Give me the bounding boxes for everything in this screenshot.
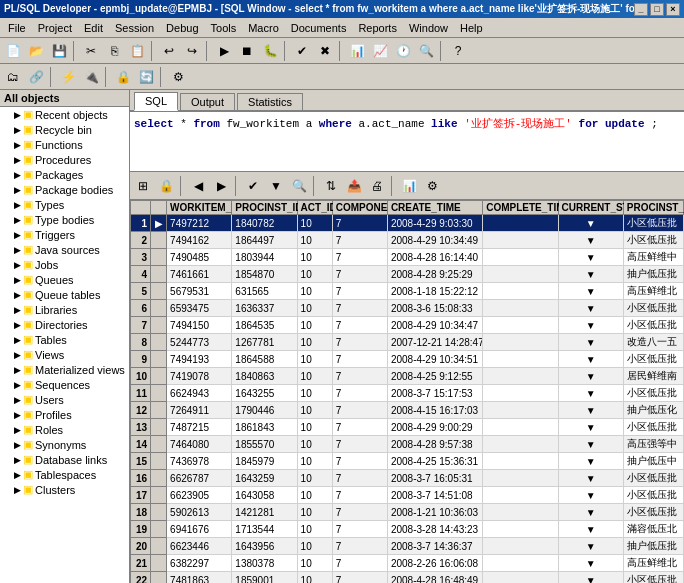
col-header-procinst_id[interactable]: PROCINST_ID xyxy=(232,201,297,215)
sidebar-item-profiles[interactable]: ▶▣Profiles xyxy=(0,407,129,422)
find-button[interactable]: 🔍 xyxy=(415,40,437,62)
sidebar-item-tables[interactable]: ▶▣Tables xyxy=(0,332,129,347)
data-grid-wrapper[interactable]: WORKITEM_IDPROCINST_IDACT_IDCOMPONENT_ID… xyxy=(130,200,684,583)
connect-button[interactable]: ⚡ xyxy=(57,66,79,88)
grid-forward-button[interactable]: ▶ xyxy=(210,175,232,197)
table-row[interactable]: 11662494316432551072008-3-7 15:17:53▼小区低… xyxy=(131,385,684,402)
sidebar-item-queues[interactable]: ▶▣Queues xyxy=(0,272,129,287)
title-bar-buttons[interactable]: _ □ × xyxy=(634,3,680,16)
pref-button[interactable]: ⚙ xyxy=(167,66,189,88)
sidebar-item-synonyms[interactable]: ▶▣Synonyms xyxy=(0,437,129,452)
tab-output[interactable]: Output xyxy=(180,93,235,110)
table-row[interactable]: 20662344616439561072008-3-7 14:36:37▼抽户低… xyxy=(131,538,684,555)
redo-button[interactable]: ↪ xyxy=(181,40,203,62)
grid-chart-button[interactable]: 📊 xyxy=(398,175,420,197)
table-row[interactable]: 556795316315651072008-1-18 15:22:12▼高压鲜维… xyxy=(131,283,684,300)
col-header-current_state[interactable]: CURRENT_STATE xyxy=(558,201,623,215)
table-row[interactable]: 15743697818459791072008-4-25 15:36:31▼抽户… xyxy=(131,453,684,470)
grid-search-button[interactable]: 🔍 xyxy=(288,175,310,197)
sidebar-item-jobs[interactable]: ▶▣Jobs xyxy=(0,257,129,272)
menu-item-window[interactable]: Window xyxy=(403,20,454,36)
grid-back-button[interactable]: ◀ xyxy=(187,175,209,197)
grid-export-button[interactable]: 📤 xyxy=(343,175,365,197)
table-row[interactable]: 12726491117904461072008-4-15 16:17:03▼抽户… xyxy=(131,402,684,419)
undo-button[interactable]: ↩ xyxy=(158,40,180,62)
sidebar-item-java-sources[interactable]: ▶▣Java sources xyxy=(0,242,129,257)
sidebar-item-types[interactable]: ▶▣Types xyxy=(0,197,129,212)
sidebar-item-package-bodies[interactable]: ▶▣Package bodies xyxy=(0,182,129,197)
paste-button[interactable]: 📋 xyxy=(126,40,148,62)
menu-item-help[interactable]: Help xyxy=(454,20,489,36)
col-header-act_id[interactable]: ACT_ID xyxy=(297,201,332,215)
table-row[interactable]: 10741907818408631072008-4-25 9:12:55▼居民鲜… xyxy=(131,368,684,385)
grid-lock-button[interactable]: 🔒 xyxy=(155,175,177,197)
explain-button[interactable]: 📊 xyxy=(346,40,368,62)
table-row[interactable]: 6659347516363371072008-3-6 15:08:33▼小区低压… xyxy=(131,300,684,317)
sidebar-item-queue-tables[interactable]: ▶▣Queue tables xyxy=(0,287,129,302)
refresh-button[interactable]: 🔄 xyxy=(135,66,157,88)
table-row[interactable]: 22748186318590011072008-4-28 16:48:49▼小区… xyxy=(131,572,684,584)
grid-check-button[interactable]: ✔ xyxy=(242,175,264,197)
lock-button[interactable]: 🔒 xyxy=(112,66,134,88)
history-button[interactable]: 🕐 xyxy=(392,40,414,62)
menu-item-documents[interactable]: Documents xyxy=(285,20,353,36)
sidebar-item-directories[interactable]: ▶▣Directories xyxy=(0,317,129,332)
sidebar-item-recent-objects[interactable]: ▶▣Recent objects xyxy=(0,107,129,122)
table-row[interactable]: 18590261314212811072008-1-21 10:36:03▼小区… xyxy=(131,504,684,521)
sidebar-item-recycle-bin[interactable]: ▶▣Recycle bin xyxy=(0,122,129,137)
col-header-procinst_[interactable]: PROCINST_ xyxy=(623,201,683,215)
open-button[interactable]: 📂 xyxy=(25,40,47,62)
menu-item-macro[interactable]: Macro xyxy=(242,20,285,36)
obj-browse-button[interactable]: 🗂 xyxy=(2,66,24,88)
stop-button[interactable]: ⏹ xyxy=(236,40,258,62)
new-button[interactable]: 📄 xyxy=(2,40,24,62)
commit-button[interactable]: ✔ xyxy=(291,40,313,62)
table-row[interactable]: 1▶749721218407821072008-4-29 9:03:30▼小区低… xyxy=(131,215,684,232)
menu-item-session[interactable]: Session xyxy=(109,20,160,36)
sidebar-item-sequences[interactable]: ▶▣Sequences xyxy=(0,377,129,392)
table-row[interactable]: 3749048518039441072008-4-28 16:14:40▼高压鲜… xyxy=(131,249,684,266)
col-header-workitem_id[interactable]: WORKITEM_ID xyxy=(167,201,232,215)
table-row[interactable]: 16662678716432591072008-3-7 16:05:31▼小区低… xyxy=(131,470,684,487)
table-row[interactable]: 7749415018645351072008-4-29 10:34:47▼小区低… xyxy=(131,317,684,334)
close-button[interactable]: × xyxy=(666,3,680,16)
disconnect-button[interactable]: 🔌 xyxy=(80,66,102,88)
table-row[interactable]: 19694167617135441072008-3-28 14:43:23▼滿容… xyxy=(131,521,684,538)
menu-item-project[interactable]: Project xyxy=(32,20,78,36)
session-button[interactable]: 🔗 xyxy=(25,66,47,88)
grid-sort-button[interactable]: ⇅ xyxy=(320,175,342,197)
help-button[interactable]: ? xyxy=(447,40,469,62)
table-row[interactable]: 8524477312677811072007-12-21 14:28:47▼改造… xyxy=(131,334,684,351)
sidebar-item-roles[interactable]: ▶▣Roles xyxy=(0,422,129,437)
sidebar-item-tablespaces[interactable]: ▶▣Tablespaces xyxy=(0,467,129,482)
sidebar-item-triggers[interactable]: ▶▣Triggers xyxy=(0,227,129,242)
table-row[interactable]: 13748721518618431072008-4-29 9:00:29▼小区低… xyxy=(131,419,684,436)
tab-sql[interactable]: SQL xyxy=(134,92,178,111)
col-header-component_id[interactable]: COMPONENT_ID xyxy=(332,201,387,215)
tab-statistics[interactable]: Statistics xyxy=(237,93,303,110)
save-button[interactable]: 💾 xyxy=(48,40,70,62)
table-row[interactable]: 9749419318645881072008-4-29 10:34:51▼小区低… xyxy=(131,351,684,368)
col-header-create_time[interactable]: CREATE_TIME xyxy=(387,201,482,215)
debug-button[interactable]: 🐛 xyxy=(259,40,281,62)
run-button[interactable]: ▶ xyxy=(213,40,235,62)
sidebar-item-functions[interactable]: ▶▣Functions xyxy=(0,137,129,152)
minimize-button[interactable]: _ xyxy=(634,3,648,16)
grid-print-button[interactable]: 🖨 xyxy=(366,175,388,197)
menu-item-reports[interactable]: Reports xyxy=(352,20,403,36)
sidebar-item-type-bodies[interactable]: ▶▣Type bodies xyxy=(0,212,129,227)
menu-item-file[interactable]: File xyxy=(2,20,32,36)
menu-item-edit[interactable]: Edit xyxy=(78,20,109,36)
table-row[interactable]: 14746408018555701072008-4-28 9:57:38▼高压强… xyxy=(131,436,684,453)
table-row[interactable]: 4746166118548701072008-4-28 9:25:29▼抽户低压… xyxy=(131,266,684,283)
table-row[interactable]: 17662390516430581072008-3-7 14:51:08▼小区低… xyxy=(131,487,684,504)
sidebar-item-materialized-views[interactable]: ▶▣Materialized views xyxy=(0,362,129,377)
menu-item-debug[interactable]: Debug xyxy=(160,20,204,36)
rollback-button[interactable]: ✖ xyxy=(314,40,336,62)
grid-view-button[interactable]: ⊞ xyxy=(132,175,154,197)
sidebar-item-libraries[interactable]: ▶▣Libraries xyxy=(0,302,129,317)
maximize-button[interactable]: □ xyxy=(650,3,664,16)
menu-item-tools[interactable]: Tools xyxy=(205,20,243,36)
sidebar-item-packages[interactable]: ▶▣Packages xyxy=(0,167,129,182)
sidebar-item-database-links[interactable]: ▶▣Database links xyxy=(0,452,129,467)
